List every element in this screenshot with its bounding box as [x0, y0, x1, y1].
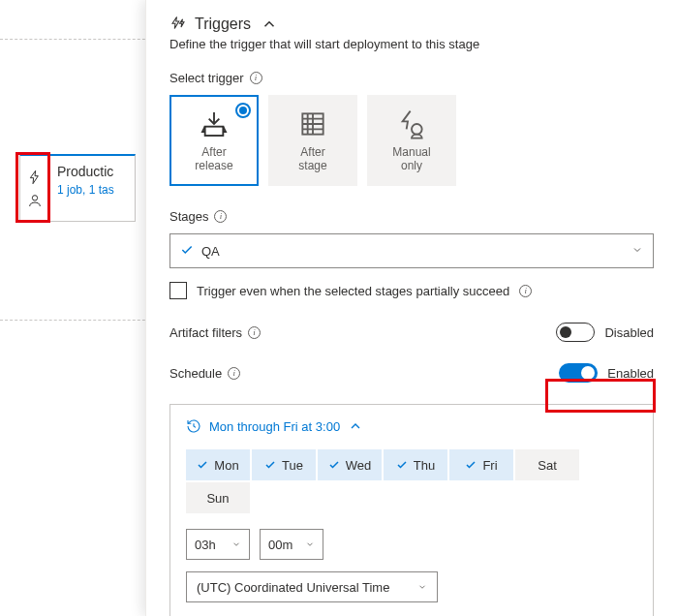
minute-value: 00m — [268, 538, 292, 552]
stages-value: QA — [201, 244, 624, 259]
panel-subtitle: Define the trigger that will start deplo… — [169, 37, 654, 51]
lightning-icon — [27, 169, 43, 185]
chevron-up-icon — [348, 418, 363, 434]
schedule-toggle[interactable] — [559, 363, 598, 383]
svg-point-0 — [32, 195, 37, 200]
connector-line — [0, 39, 155, 40]
day-wed[interactable]: Wed — [318, 449, 382, 480]
lightning-group-icon — [169, 15, 187, 33]
artifact-filters-toggle[interactable] — [556, 323, 595, 342]
schedule-box: Mon through Fri at 3:00 Mon Tue Wed Thu … — [169, 404, 654, 616]
schedule-state: Enabled — [607, 366, 654, 381]
minute-dropdown[interactable]: 00m — [260, 529, 323, 560]
day-sat[interactable]: Sat — [515, 449, 579, 480]
trigger-label: Afterstage — [298, 145, 326, 173]
trigger-label: Afterrelease — [195, 145, 232, 173]
time-row: 03h 00m — [186, 529, 637, 560]
partial-succeed-checkbox[interactable] — [169, 282, 187, 299]
stages-label: Stages i — [169, 209, 654, 224]
select-trigger-label: Select trigger i — [169, 71, 654, 85]
trigger-options: Afterrelease Afterstage Manualonly — [169, 95, 654, 186]
chevron-down-icon — [417, 582, 427, 592]
panel-title: Triggers — [195, 15, 251, 33]
release-icon — [199, 108, 230, 139]
stage-icon — [297, 108, 328, 139]
info-icon[interactable]: i — [250, 72, 262, 84]
partial-succeed-row: Trigger even when the selected stages pa… — [169, 282, 654, 299]
trigger-label: Manualonly — [392, 145, 430, 173]
trigger-option-manual-only[interactable]: Manualonly — [367, 95, 456, 186]
schedule-summary[interactable]: Mon through Fri at 3:00 — [186, 418, 637, 434]
timezone-value: (UTC) Coordinated Universal Time — [197, 580, 389, 595]
info-icon[interactable]: i — [228, 367, 240, 380]
manual-icon — [396, 108, 427, 139]
schedule-summary-text: Mon through Fri at 3:00 — [209, 419, 340, 434]
schedule-label: Schedule — [169, 366, 222, 381]
connector-line — [0, 320, 155, 321]
pipeline-canvas: Productic 1 job, 1 tas — [0, 0, 155, 616]
artifact-filters-row: Artifact filters i Disabled — [169, 323, 654, 342]
check-icon — [180, 243, 194, 260]
stage-card-production[interactable]: Productic 1 job, 1 tas — [19, 154, 136, 222]
person-icon — [27, 193, 43, 208]
trigger-option-after-stage[interactable]: Afterstage — [268, 95, 357, 186]
stage-jobs-link[interactable]: 1 job, 1 tas — [57, 183, 127, 197]
hour-value: 03h — [195, 538, 216, 552]
info-icon[interactable]: i — [519, 285, 532, 297]
timezone-dropdown[interactable]: (UTC) Coordinated Universal Time — [186, 571, 438, 602]
day-tue[interactable]: Tue — [252, 449, 316, 480]
trigger-option-after-release[interactable]: Afterrelease — [169, 95, 259, 186]
triggers-panel: Triggers Define the trigger that will st… — [145, 0, 677, 616]
stages-dropdown[interactable]: QA — [169, 233, 654, 268]
artifact-filters-label: Artifact filters — [169, 325, 242, 340]
stage-title: Productic — [57, 164, 127, 179]
day-sun[interactable]: Sun — [186, 482, 250, 513]
day-fri[interactable]: Fri — [449, 449, 513, 480]
day-thu[interactable]: Thu — [384, 449, 447, 480]
panel-header[interactable]: Triggers — [169, 15, 654, 33]
stage-body[interactable]: Productic 1 job, 1 tas — [49, 156, 135, 221]
svg-rect-1 — [205, 126, 224, 135]
hour-dropdown[interactable]: 03h — [186, 529, 250, 560]
chevron-down-icon — [631, 244, 643, 259]
stage-conditions-handle[interactable] — [20, 156, 49, 221]
partial-succeed-label: Trigger even when the selected stages pa… — [197, 284, 509, 298]
schedule-row: Schedule i Enabled — [169, 363, 654, 383]
history-icon — [186, 418, 201, 434]
day-selector: Mon Tue Wed Thu Fri Sat Sun — [186, 449, 637, 513]
artifact-filters-state: Disabled — [604, 325, 654, 340]
radio-selected-icon — [235, 103, 251, 118]
chevron-down-icon — [231, 539, 241, 549]
svg-point-3 — [412, 124, 422, 135]
day-mon[interactable]: Mon — [186, 449, 250, 480]
chevron-up-icon — [261, 15, 278, 33]
info-icon[interactable]: i — [248, 326, 261, 339]
info-icon[interactable]: i — [214, 210, 227, 223]
chevron-down-icon — [305, 539, 315, 549]
